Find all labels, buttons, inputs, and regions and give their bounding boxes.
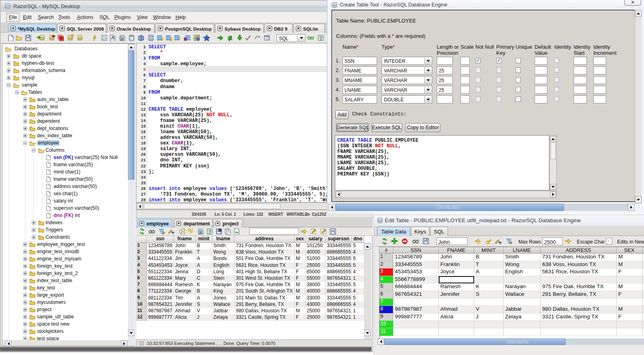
svg-text:S: S (121, 37, 123, 41)
svg-text:S: S (199, 231, 201, 234)
